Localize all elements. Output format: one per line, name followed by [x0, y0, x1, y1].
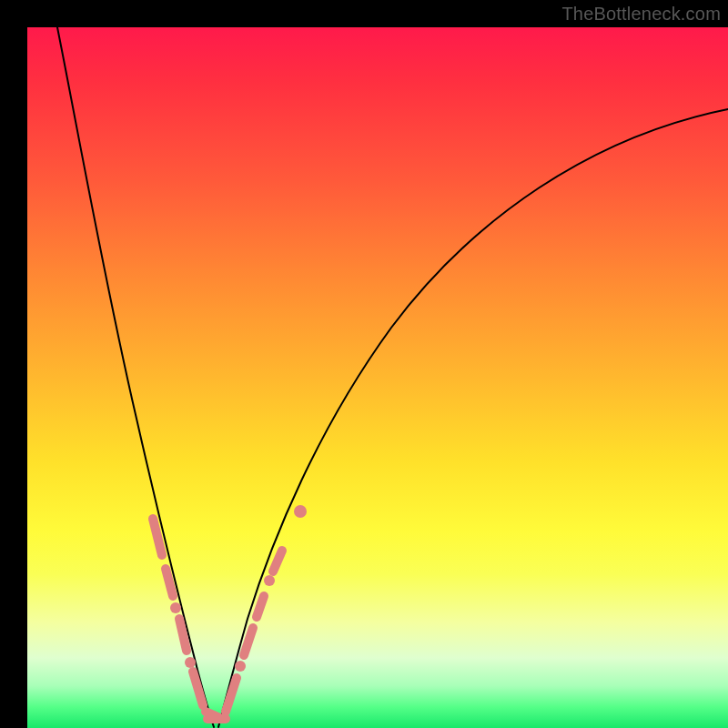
- watermark-text: TheBottleneck.com: [561, 4, 721, 25]
- left-curve: [57, 27, 214, 727]
- svg-point-4: [294, 505, 307, 518]
- svg-point-3: [264, 575, 275, 586]
- right-curve: [218, 109, 728, 727]
- highlight-markers: [153, 505, 307, 719]
- curve-layer: [27, 27, 728, 728]
- plot-area: [27, 27, 728, 728]
- chart-frame: TheBottleneck.com: [0, 0, 728, 728]
- svg-point-0: [170, 602, 181, 613]
- svg-point-2: [235, 661, 246, 672]
- svg-point-1: [185, 657, 196, 668]
